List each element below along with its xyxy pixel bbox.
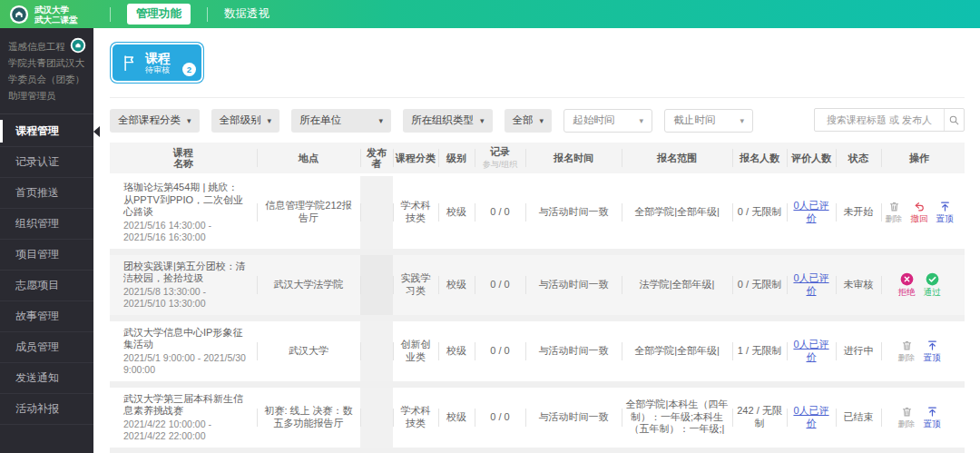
approve-button[interactable]: 通过 [924,272,941,297]
sidebar-item-record-certification[interactable]: 记录认证 [0,147,93,178]
filter-status[interactable]: 全部▾ [505,109,553,133]
cell-status: 未审核 [836,255,881,315]
recall-button[interactable]: 撤回 [911,201,928,223]
course-datetime: 2021/4/22 10:00:00 - 2021/4/22 22:00:00 [123,419,248,442]
reject-button[interactable]: 拒绝 [898,272,916,297]
pin-top-button[interactable]: 置顶 [924,340,941,362]
filter-pills: 全部课程分类▾全部级别▾所在单位▾所在组织类型▾全部▾ [110,109,552,133]
main-content: 课程 待审核 2 全部课程分类▾全部级别▾所在单位▾所在组织类型▾全部▾ 起始时… [93,28,980,453]
sidebar-item-send-notification[interactable]: 发送通知 [0,363,93,394]
card-texts: 课程 待审核 [145,51,171,75]
trash-icon [901,406,913,418]
card-subtitle: 待审核 [145,65,171,75]
filter-end-time[interactable]: 截止时间▾ [664,109,753,133]
header-status: 状态 [836,143,881,173]
user-info: 遥感信息工程学院共青团武汉大学委员会（团委）助理管理员 [0,28,93,114]
filter-label: 所在单位 [299,113,341,127]
filter-org-type[interactable]: 所在组织类型▾ [403,109,493,133]
table-header: 课程 名称 地点 发布者 课程分类 级别 记录 参与/组织 报名时间 报名范围 … [110,143,965,173]
tab-data-insight[interactable]: 数据透视 [224,6,270,22]
action-label: 拒绝 [898,288,916,297]
chevron-down-icon: ▾ [379,116,384,125]
pin-top-button[interactable]: 置顶 [924,406,941,428]
header-signup-count: 报名人数 [732,143,787,173]
evaluation-count-link[interactable]: 0人已评价 [790,405,832,429]
cell-location: 初赛: 线上 决赛：数五多功能报告厅 [257,388,360,448]
cell-record: 0 / 0 [475,255,525,315]
tab-management[interactable]: 管理功能 [127,4,191,25]
approve-icon [926,272,939,286]
header-record: 记录 参与/组织 [475,143,525,173]
row-gap [110,315,965,321]
cell-publisher [360,255,393,315]
evaluation-count-link[interactable]: 0人已评价 [790,200,832,224]
app-logo: 武汉大学 武大二课堂 [0,5,93,25]
search-box [814,108,965,132]
sidebar-item-organization-management[interactable]: 组织管理 [0,209,93,240]
delete-button[interactable]: 删除 [886,201,903,223]
action-label: 置顶 [924,419,941,428]
sidebar-item-volunteer-projects[interactable]: 志愿项目 [0,271,93,301]
cell-record: 0 / 0 [475,176,525,249]
publisher-placeholder [360,255,393,315]
chevron-down-icon: ▾ [268,116,272,125]
topbar-divider [110,7,111,22]
filter-level[interactable]: 全部级别▾ [211,109,280,133]
evaluation-count-link[interactable]: 0人已评价 [790,272,832,297]
cell-time: 与活动时间一致 [525,388,622,448]
evaluation-count-link[interactable]: 0人已评价 [790,339,832,363]
chevron-down-icon: ▾ [187,116,191,125]
table-body: 珞珈论坛第454期 | 姚欣：从PPTV到PPIO，二次创业心路谈2021/5/… [110,176,965,453]
flag-icon [120,54,139,73]
filter-label: 所在组织类型 [411,113,474,127]
cell-category: 学术科技类 [393,388,438,448]
cell-signup-count: 0 / 无限制 [732,176,787,249]
cell-time: 与活动时间一致 [525,255,622,315]
sidebar-item-member-management[interactable]: 成员管理 [0,332,93,363]
app-window: 武汉大学 武大二课堂 管理功能 数据透视 遥感信息工程学院共青团武汉大学委员会（… [0,0,980,453]
search-input[interactable] [815,109,944,131]
sidebar-menu: 课程管理记录认证首页推送组织管理项目管理志愿项目故事管理成员管理发送通知活动补报 [0,114,93,425]
sidebar-item-homepage-push[interactable]: 首页推送 [0,178,93,209]
header-signup-scope: 报名范围 [622,143,732,173]
course-title: 珞珈论坛第454期 | 姚欣：从PPTV到PPIO，二次创业心路谈 [123,182,248,219]
sidebar-item-story-management[interactable]: 故事管理 [0,301,93,332]
cell-actions: 删除置顶 [881,388,957,448]
cell-actions: 删除置顶 [881,321,957,381]
sidebar-item-project-management[interactable]: 项目管理 [0,240,93,271]
chevron-down-icon: ▾ [480,116,485,125]
wuhan-university-logo-icon [9,5,29,25]
cell-time: 与活动时间一致 [525,321,622,381]
filter-label: 全部级别 [220,113,261,127]
sidebar-item-label: 组织管理 [15,216,59,231]
row-gap [110,249,965,255]
cell-signup-count: 1 / 无限制 [732,321,787,381]
filter-course-category[interactable]: 全部课程分类▾ [110,109,200,133]
course-title: 武汉大学第三届本科新生信息素养挑战赛 [123,393,248,418]
cell-publisher [360,176,393,249]
sidebar-item-activity-supplement[interactable]: 活动补报 [0,394,93,425]
cell-location: 武汉大学法学院 [257,255,360,315]
header-category: 课程分类 [393,143,438,173]
course-table: 课程 名称 地点 发布者 课程分类 级别 记录 参与/组织 报名时间 报名范围 … [110,143,965,453]
cell-status: 未开始 [836,176,881,249]
search-button[interactable] [944,109,964,131]
reject-icon [900,272,914,286]
action-label: 置顶 [936,214,954,223]
delete-button[interactable]: 删除 [898,406,916,428]
sidebar-item-label: 志愿项目 [15,278,59,293]
filter-unit[interactable]: 所在单位▾ [291,109,391,133]
publisher-placeholder [360,321,393,381]
filter-start-time[interactable]: 起始时间▾ [564,109,652,133]
course-pending-review-card[interactable]: 课程 待审核 2 [110,42,204,84]
pin-top-button[interactable]: 置顶 [936,201,954,223]
sidebar-item-course-management[interactable]: 课程管理 [0,116,93,147]
delete-button[interactable]: 删除 [898,340,916,362]
cell-category: 学术科技类 [393,176,438,249]
sidebar-item-label: 发送通知 [15,370,59,386]
course-title: 团校实践课|第五分团校：清洁校园，捡拾垃圾 [123,261,248,285]
cell-scope: 全部学院|全部年级| [622,176,732,249]
table-row: 珞珈论坛第454期 | 姚欣：从PPTV到PPIO，二次创业心路谈2021/5/… [110,176,965,249]
topbar-divider [207,7,208,22]
date-filter-pills: 起始时间▾截止时间▾ [564,109,753,133]
